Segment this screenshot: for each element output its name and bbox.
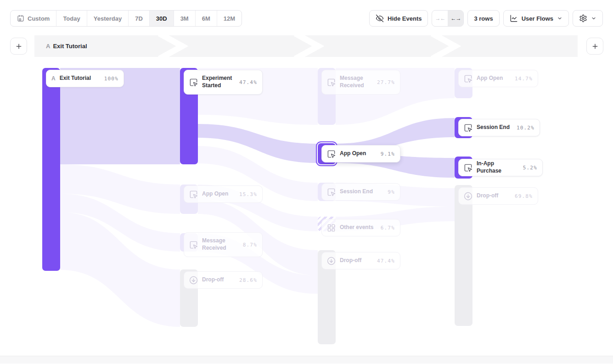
node-bar[interactable]: [455, 185, 472, 326]
node-bar[interactable]: [42, 68, 60, 271]
dropoff-icon: [327, 257, 336, 265]
node-value: 47.4%: [239, 79, 257, 85]
node-value: 9%: [388, 189, 395, 195]
flow-node-exit-tutorial[interactable]: A Exit Tutorial 100%: [42, 68, 60, 271]
node-label: Experiment Started: [202, 75, 235, 89]
node-label: Drop-off: [340, 257, 373, 264]
flow-node-in-app-purchase-step4[interactable]: In-App Purchase 5.2%: [455, 157, 472, 179]
event-icon: [327, 150, 336, 158]
node-card[interactable]: A Exit Tutorial 100%: [46, 70, 124, 87]
flow-node-session-end-step3[interactable]: Session End 9%: [318, 183, 336, 201]
flow-node-app-open-step2[interactable]: App Open 15.3%: [180, 185, 198, 214]
node-card[interactable]: App Open 14.7%: [458, 70, 538, 87]
node-value: 100%: [104, 76, 118, 82]
grid-icon: [327, 224, 336, 232]
node-label: App Open: [202, 190, 235, 198]
flow-node-other-events-step3[interactable]: Other events 6.7%: [318, 217, 336, 231]
node-card[interactable]: Experiment Started 47.4%: [184, 70, 263, 95]
flow-node-app-open-step3-selected[interactable]: App Open 9.1%: [318, 143, 336, 164]
node-card[interactable]: Drop-off 69.8%: [458, 187, 538, 205]
node-value: 69.8%: [515, 193, 533, 199]
node-value: 5.2%: [523, 165, 537, 171]
flow-node-message-received-step2[interactable]: Message Received 8.7%: [180, 233, 198, 252]
node-card[interactable]: In-App Purchase 5.2%: [458, 159, 543, 176]
node-value: 27.7%: [377, 79, 395, 85]
flow-node-session-end-step4[interactable]: Session End 10.2%: [455, 117, 472, 138]
node-card[interactable]: Session End 10.2%: [458, 119, 540, 136]
node-card[interactable]: Message Received 27.7%: [321, 70, 400, 95]
node-value: 8.7%: [243, 242, 257, 248]
node-label: Drop-off: [477, 192, 511, 200]
event-icon: [189, 190, 198, 199]
flow-node-dropoff-step4[interactable]: Drop-off 69.8%: [455, 185, 472, 326]
event-icon: [189, 78, 198, 87]
flow-node-experiment-started[interactable]: Experiment Started 47.4%: [180, 68, 198, 164]
node-label: Exit Tutorial: [60, 75, 100, 82]
flow-node-dropoff-step3[interactable]: Drop-off 47.4%: [318, 250, 336, 344]
node-label: Message Received: [202, 237, 239, 252]
user-flows-app: Custom Today Yesterday 7D 30D 3M 6M 12M …: [0, 0, 613, 364]
node-label: Drop-off: [202, 276, 235, 284]
node-value: 6.7%: [381, 225, 395, 231]
node-label: Message Received: [340, 75, 373, 89]
node-value: 15.3%: [239, 191, 257, 197]
event-icon: [464, 163, 472, 172]
node-label: Other events: [340, 224, 377, 231]
event-icon: [464, 74, 472, 83]
node-label: In-App Purchase: [477, 160, 519, 174]
event-icon: [327, 188, 336, 196]
node-card[interactable]: Message Received 8.7%: [184, 232, 263, 257]
node-card[interactable]: Session End 9%: [321, 183, 400, 201]
node-prefix: A: [51, 75, 56, 82]
node-label: App Open: [477, 75, 511, 82]
node-card[interactable]: Drop-off 28.6%: [184, 271, 263, 289]
node-value: 9.1%: [381, 151, 395, 157]
node-card[interactable]: Other events 6.7%: [321, 219, 400, 236]
node-card[interactable]: Drop-off 47.4%: [321, 252, 400, 269]
dropoff-icon: [464, 192, 472, 201]
event-icon: [464, 123, 472, 132]
flow-node-dropoff-step2[interactable]: Drop-off 28.6%: [180, 269, 198, 327]
node-card[interactable]: App Open 15.3%: [184, 185, 263, 203]
dropoff-icon: [189, 276, 198, 285]
node-value: 14.7%: [515, 76, 533, 82]
node-label: Session End: [477, 124, 512, 131]
sankey-flow-links: [0, 0, 613, 364]
event-icon: [189, 241, 198, 249]
flow-node-message-received-step3[interactable]: Message Received 27.7%: [318, 68, 336, 125]
flow-node-app-open-step4[interactable]: App Open 14.7%: [455, 68, 472, 98]
node-value: 47.4%: [377, 258, 395, 264]
node-value: 28.6%: [239, 277, 257, 283]
node-card[interactable]: App Open 9.1%: [321, 145, 400, 162]
event-icon: [327, 78, 336, 87]
node-label: App Open: [340, 150, 377, 157]
node-label: Session End: [340, 188, 383, 196]
node-value: 10.2%: [517, 125, 534, 131]
